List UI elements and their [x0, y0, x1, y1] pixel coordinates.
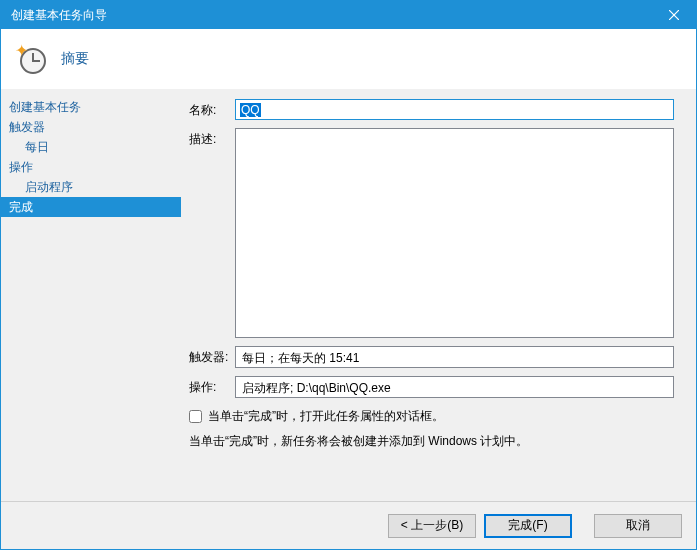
- close-button[interactable]: [651, 1, 696, 29]
- name-input[interactable]: QQ: [235, 99, 674, 120]
- description-label: 描述:: [189, 128, 235, 148]
- action-label: 操作:: [189, 376, 235, 396]
- sidebar-item-start-program[interactable]: 启动程序: [1, 177, 181, 197]
- finish-button[interactable]: 完成(F): [484, 514, 572, 538]
- wizard-steps-sidebar: 创建基本任务 触发器 每日 操作 启动程序 完成: [1, 89, 181, 501]
- name-label: 名称:: [189, 99, 235, 119]
- close-icon: [669, 10, 679, 20]
- content-pane: 名称: QQ 描述: 触发器: 每日；在每天的 15:41 操作: 启动程序; …: [181, 89, 696, 501]
- sidebar-item-create-basic-task[interactable]: 创建基本任务: [1, 97, 181, 117]
- back-button[interactable]: < 上一步(B): [388, 514, 476, 538]
- titlebar: 创建基本任务向导: [1, 1, 696, 29]
- sidebar-item-action[interactable]: 操作: [1, 157, 181, 177]
- open-properties-checkbox[interactable]: [189, 410, 202, 423]
- scheduled-task-icon: ✦: [15, 43, 47, 75]
- page-title: 摘要: [61, 50, 89, 68]
- action-value: 启动程序; D:\qq\Bin\QQ.exe: [235, 376, 674, 398]
- trigger-label: 触发器:: [189, 346, 235, 366]
- sidebar-item-daily[interactable]: 每日: [1, 137, 181, 157]
- open-properties-label: 当单击“完成”时，打开此任务属性的对话框。: [208, 408, 444, 425]
- wizard-footer: < 上一步(B) 完成(F) 取消: [1, 501, 696, 549]
- trigger-value: 每日；在每天的 15:41: [235, 346, 674, 368]
- sidebar-item-finish[interactable]: 完成: [1, 197, 181, 217]
- sidebar-item-trigger[interactable]: 触发器: [1, 117, 181, 137]
- name-input-value: QQ: [240, 103, 261, 117]
- window-title: 创建基本任务向导: [11, 7, 107, 24]
- description-input[interactable]: [235, 128, 674, 338]
- wizard-header: ✦ 摘要: [1, 29, 696, 89]
- cancel-button[interactable]: 取消: [594, 514, 682, 538]
- finish-info-text: 当单击“完成”时，新任务将会被创建并添加到 Windows 计划中。: [189, 433, 674, 450]
